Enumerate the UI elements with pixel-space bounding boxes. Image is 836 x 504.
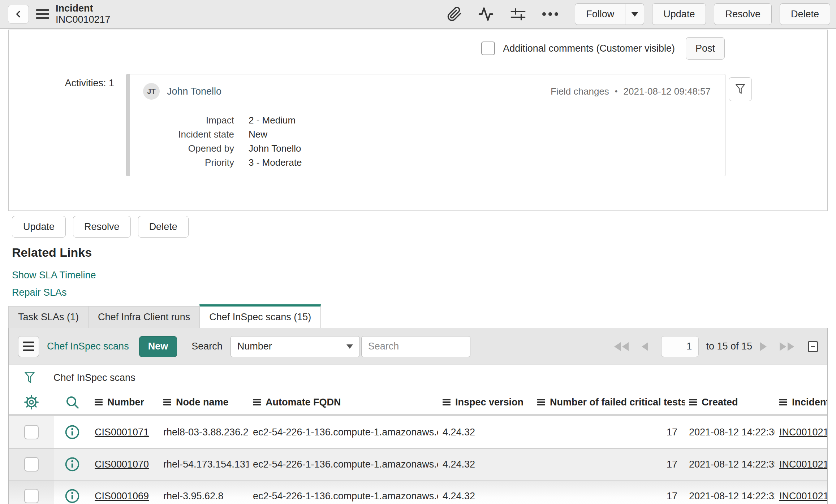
field-change-row: Impact 2 - Medium [143,113,302,127]
incident-record-link[interactable]: INC0010217 [779,491,828,501]
activity-event-type: Field changes [551,86,609,97]
row-checkbox[interactable] [24,425,39,439]
created-cell: 2021-08-12 14:22:36 [685,427,775,438]
related-lists-tabs: Task SLAs (1) Chef Infra Client runs Che… [8,304,320,328]
inspec-version-cell: 4.24.32 [438,459,533,470]
column-header-node-name[interactable]: Node name [159,397,249,408]
delete-button-footer[interactable]: Delete [138,216,189,238]
additional-comments-label: Additional comments (Customer visible) [503,43,675,54]
field-label: Impact [143,113,234,127]
incident-record-link[interactable]: INC0010217 [779,459,828,470]
list-menu-button[interactable] [18,336,39,357]
follow-dropdown-button[interactable] [625,3,644,25]
column-header-number[interactable]: Number [90,397,159,408]
info-icon [64,456,80,472]
resolve-button-footer[interactable]: Resolve [73,216,131,238]
show-sla-timeline-link[interactable]: Show SLA Timeline [12,270,96,281]
activities-count-label: Activities: 1 [9,78,114,89]
column-menu-icon [779,398,787,407]
last-page-icon[interactable] [778,342,795,351]
collapse-list-icon[interactable] [808,341,818,352]
first-page-icon[interactable] [613,342,630,351]
new-record-button[interactable]: New [139,336,177,357]
follow-button[interactable]: Follow [575,3,625,25]
search-field-value: Number [237,341,272,352]
back-button[interactable] [8,5,29,23]
form-action-buttons: Update Resolve Delete [12,216,189,238]
pagination-range-label: to 15 of 15 [706,341,752,352]
column-header-incident[interactable]: Incident [775,397,828,408]
column-menu-icon [689,398,697,407]
activity-timestamp: 2021-08-12 09:48:57 [624,86,711,97]
table-row: CIS0001070 rhel-54.173.154.131 ec2-54-22… [9,448,827,480]
next-page-icon[interactable] [759,342,767,351]
delete-button-header[interactable]: Delete [780,3,830,25]
attachment-icon[interactable] [447,6,462,22]
scan-record-link[interactable]: CIS0001070 [95,459,149,470]
scan-record-link[interactable]: CIS0001069 [95,491,149,501]
context-menu-icon[interactable] [36,7,49,21]
row-checkbox[interactable] [24,457,39,472]
chevron-down-icon [346,344,353,349]
failed-critical-tests-cell: 17 [533,459,685,470]
incident-record-link[interactable]: INC0010217 [779,427,828,438]
row-checkbox[interactable] [24,489,39,503]
record-number-label: INC0010217 [56,14,111,25]
column-menu-icon [95,398,103,407]
funnel-icon[interactable] [24,371,35,384]
list-search-input[interactable] [361,336,470,357]
automate-fqdn-cell: ec2-54-226-1-136.compute-1.amazonaws.com [249,427,438,438]
list-breadcrumb[interactable]: Chef InSpec scans [53,372,135,383]
avatar: JT [143,83,160,100]
automate-fqdn-cell: ec2-54-226-1-136.compute-1.amazonaws.com [249,459,438,470]
resolve-button-header[interactable]: Resolve [714,3,772,25]
post-button[interactable]: Post [686,37,725,60]
tab-task-slas[interactable]: Task SLAs (1) [8,306,89,328]
column-header-failed-critical-tests[interactable]: Number of failed critical tests [533,397,685,408]
tab-chef-inspec-scans[interactable]: Chef InSpec scans (15) [199,304,321,328]
record-preview-button[interactable] [54,424,90,440]
activity-stream-icon[interactable] [478,6,494,22]
update-button-header[interactable]: Update [652,3,706,25]
more-options-icon[interactable] [542,12,558,16]
list-pagination: to 15 of 15 [613,336,818,357]
record-type-label: Incident [56,3,111,14]
chevron-left-icon [14,8,23,20]
activity-filter-button[interactable] [729,77,752,101]
record-preview-button[interactable] [54,456,90,472]
list-title[interactable]: Chef InSpec scans [47,341,129,352]
created-cell: 2021-08-12 14:22:32 [685,491,775,502]
repair-slas-link[interactable]: Repair SLAs [12,287,96,298]
previous-page-icon[interactable] [641,342,649,351]
column-header-inspec-version[interactable]: Inspec version [438,397,533,408]
list-search-button[interactable] [54,395,90,409]
field-label: Priority [143,156,234,170]
gear-icon [24,395,39,410]
automate-fqdn-cell: ec2-54-226-1-136.compute-1.amazonaws.com [249,491,438,502]
inspec-version-cell: 4.24.32 [438,427,533,438]
field-change-row: Priority 3 - Moderate [143,156,302,170]
field-change-row: Incident state New [143,127,302,142]
update-button-footer[interactable]: Update [12,216,66,238]
created-cell: 2021-08-12 14:22:35 [685,459,775,470]
inspec-version-cell: 4.24.32 [438,491,533,502]
column-menu-icon [537,398,545,407]
info-icon [64,424,80,440]
field-change-row: Opened by John Tonello [143,142,302,156]
info-icon [64,488,80,504]
column-header-created[interactable]: Created [685,397,775,408]
scan-record-link[interactable]: CIS0001071 [95,427,149,438]
column-header-automate-fqdn[interactable]: Automate FQDN [249,397,438,408]
column-menu-icon [163,398,171,407]
personalize-columns-button[interactable] [9,395,54,410]
field-label: Opened by [143,142,234,156]
customer-visible-checkbox[interactable] [481,42,495,55]
activity-user-name: John Tonello [167,86,221,97]
search-field-select[interactable]: Number [230,336,360,357]
tab-chef-infra-client-runs[interactable]: Chef Infra Client runs [88,306,200,328]
field-value: 2 - Medium [249,113,296,127]
personalize-form-icon[interactable] [510,6,526,22]
page-number-input[interactable] [661,336,699,357]
follow-split-button: Follow [575,3,644,25]
record-preview-button[interactable] [54,488,90,504]
